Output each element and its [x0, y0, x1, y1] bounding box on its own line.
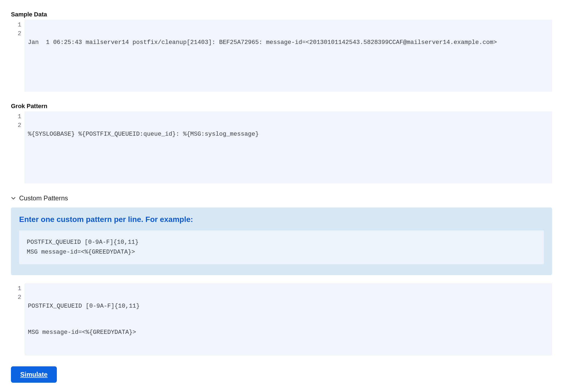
custom-patterns-body[interactable]: POSTFIX_QUEUEID [0-9A-F]{10,11} MSG mess… — [25, 283, 552, 355]
simulate-button[interactable]: Simulate — [11, 366, 57, 383]
sample-data-gutter: 1 2 — [11, 20, 25, 92]
grok-pattern-body[interactable]: %{SYSLOGBASE} %{POSTFIX_QUEUEID:queue_id… — [25, 111, 552, 183]
grok-pattern-editor[interactable]: 1 2 %{SYSLOGBASE} %{POSTFIX_QUEUEID:queu… — [11, 111, 552, 183]
sample-data-body[interactable]: Jan 1 06:25:43 mailserver14 postfix/clea… — [25, 20, 552, 92]
line-number: 2 — [16, 293, 21, 302]
grok-pattern-gutter: 1 2 — [11, 111, 25, 183]
custom-patterns-editor[interactable]: 1 2 POSTFIX_QUEUEID [0-9A-F]{10,11} MSG … — [11, 283, 552, 355]
line-number: 1 — [16, 112, 21, 121]
line-number: 1 — [16, 21, 21, 29]
code-line: Jan 1 06:25:43 mailserver14 postfix/clea… — [28, 38, 549, 47]
code-line — [28, 156, 549, 165]
custom-patterns-info-title: Enter one custom pattern per line. For e… — [19, 215, 544, 224]
line-number: 2 — [16, 29, 21, 38]
line-number: 1 — [16, 284, 21, 293]
code-line: MSG message-id=<%{GREEDYDATA}> — [28, 328, 549, 337]
sample-data-label: Sample Data — [11, 11, 552, 18]
custom-patterns-toggle[interactable]: Custom Patterns — [11, 194, 552, 202]
custom-patterns-gutter: 1 2 — [11, 283, 25, 355]
grok-debugger-page: Sample Data 1 2 Jan 1 06:25:43 mailserve… — [0, 0, 563, 392]
custom-patterns-example: POSTFIX_QUEUEID [0-9A-F]{10,11} MSG mess… — [19, 230, 544, 264]
sample-data-editor[interactable]: 1 2 Jan 1 06:25:43 mailserver14 postfix/… — [11, 20, 552, 92]
custom-patterns-info-panel: Enter one custom pattern per line. For e… — [11, 207, 552, 275]
code-line — [28, 64, 549, 73]
grok-pattern-label: Grok Pattern — [11, 103, 552, 110]
custom-patterns-toggle-label: Custom Patterns — [19, 194, 68, 202]
code-line: %{SYSLOGBASE} %{POSTFIX_QUEUEID:queue_id… — [28, 130, 549, 139]
code-line: POSTFIX_QUEUEID [0-9A-F]{10,11} — [28, 302, 549, 311]
chevron-down-icon — [11, 196, 16, 201]
line-number: 2 — [16, 121, 21, 130]
